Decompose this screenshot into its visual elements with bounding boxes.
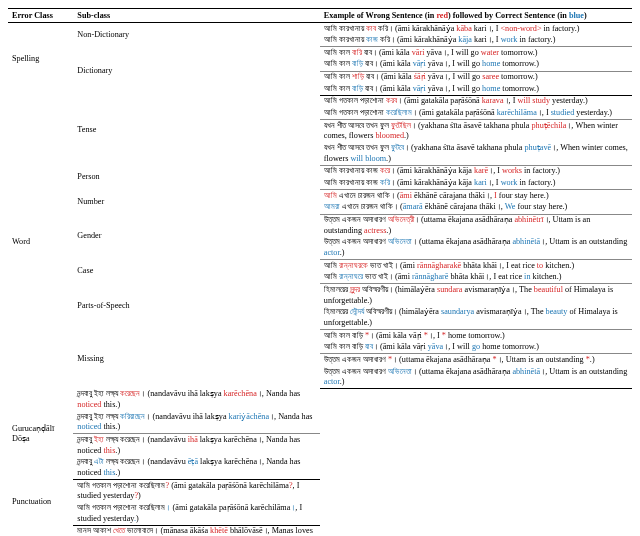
wrong-sentence: আমি কারখানায় কাজ করে। (āmi kārakhānāẏa … bbox=[320, 165, 632, 177]
header-example: Example of Wrong Sentence (in red) follo… bbox=[320, 9, 632, 23]
error-class-cell: Word bbox=[8, 95, 73, 388]
correct-sentence: আমি কারখানায় কাজ করি। (āmi kārakhānāẏa … bbox=[320, 178, 632, 190]
error-table: Error Class Sub-class Example of Wrong S… bbox=[8, 8, 632, 536]
sub-class-cell: Person bbox=[73, 165, 319, 189]
wrong-sentence: আমি গতকাল পড়াশোনা করব। (āmi gatakāla pa… bbox=[320, 95, 632, 107]
sub-class-cell: Missing bbox=[73, 330, 319, 389]
correct-sentence: আমি কাল বাড়ি যাব। (āmi kāla vāṛi yāva।,… bbox=[320, 83, 632, 95]
wrong-sentence: নন্দবাবু ইহা লক্ষ্য করেছেন। (nandavāvu i… bbox=[73, 389, 319, 411]
correct-sentence: নন্দবাবু এটা লক্ষ্য করেছেন। (nandavāvu ē… bbox=[73, 457, 319, 480]
correct-sentence: আমি রান্নাঘরে ভাত খাই। (āmi rānnāgharē b… bbox=[320, 272, 632, 284]
correct-sentence: উত্তম একজন অসাধারণ অভিনেতা। (uttama ēkaj… bbox=[320, 366, 632, 389]
sub-class-cell: Gender bbox=[73, 214, 319, 260]
wrong-sentence: মানস আকাশ খেতে ভালোবাসে। (mānasa ākāśa k… bbox=[73, 525, 319, 536]
wrong-sentence: আমি কাল বারি যাব। (āmi kāla vāri yāva।, … bbox=[320, 47, 632, 59]
correct-sentence: আমি কাল বাড়ি যাব। (āmi kāla vāṛi yāva।,… bbox=[320, 59, 632, 71]
wrong-sentence: হিমালয়ের সুন্দর অবিস্মরণীয়। (himālaẏēr… bbox=[320, 284, 632, 307]
wrong-sentence: নন্দবাবু ইহা লক্ষ্য করেছেন। (nandavāvu i… bbox=[73, 434, 319, 457]
correct-sentence: উত্তম একজন অসাধারণ অভিনেতা। (uttama ēkaj… bbox=[320, 237, 632, 260]
wrong-sentence: আমি গতকাল পড়াশোনা করেছিলাম? (āmi gatakā… bbox=[73, 480, 319, 503]
correct-sentence: যখন শীত আসবে তখন ফুল ফুটবে। (yakhana śīt… bbox=[320, 143, 632, 166]
correct-sentence: আমি গতকাল পড়াশোনা করেছিলাম। (āmi gatakā… bbox=[320, 108, 632, 120]
sub-class-cell: Tense bbox=[73, 95, 319, 165]
wrong-sentence: উত্তম একজন অসাধারণ অভিনেত্রী। (uttama ēk… bbox=[320, 214, 632, 237]
sub-class-cell: Parts-of-Speech bbox=[73, 284, 319, 330]
correct-sentence: আমি গতকাল পড়াশোনা করেছিলাম। (āmi gatakā… bbox=[73, 502, 319, 525]
correct-sentence: নন্দবাবু ইহা লক্ষ্য করিয়াছেন। (nandavāv… bbox=[73, 411, 319, 434]
wrong-sentence: আমি এখানে চারজন থাকি। (āmi ēkhānē cāraja… bbox=[320, 190, 632, 202]
header-sub-class: Sub-class bbox=[73, 9, 319, 23]
error-class-cell: Spelling bbox=[8, 23, 73, 96]
sub-class-cell: Dictionary bbox=[73, 47, 319, 96]
wrong-sentence: যখন শীত আসবে তখন ফুল ফুটেছিল। (yakhana ś… bbox=[320, 120, 632, 143]
sub-class-cell: Non-Dictionary bbox=[73, 23, 319, 47]
wrong-sentence: আমি কাল বাড়ি *। (āmi kāla vāṛi *।, I * … bbox=[320, 330, 632, 342]
error-class-cell: Punctuation bbox=[8, 480, 73, 526]
error-class-cell: Semantic bbox=[8, 525, 73, 536]
sub-class-cell: Number bbox=[73, 190, 319, 214]
wrong-sentence: উত্তম একজন অসাধারণ *। (uttama ēkajana as… bbox=[320, 354, 632, 366]
error-class-cell: Gurucaṇḍālī Dōṣa bbox=[8, 389, 73, 480]
wrong-sentence: আমি রান্নাঘরকে ভাত খাই। (āmi rānnāgharak… bbox=[320, 260, 632, 272]
header-error-class: Error Class bbox=[8, 9, 73, 23]
correct-sentence: হিমালয়ের সৌন্দর্য অবিস্মরণীয়। (himālaẏ… bbox=[320, 307, 632, 330]
correct-sentence: আমরা এখানে চারজন থাকি। (āmarā ēkhānē cār… bbox=[320, 202, 632, 214]
correct-sentence: আমি কারখানায় কাজ করি। (āmi kārakhānāẏa … bbox=[320, 35, 632, 47]
wrong-sentence: আমি কাল শাড়ি যাব। (āmi kāla śāṛi yāva।,… bbox=[320, 71, 632, 83]
wrong-sentence: আমি কারখানায় কাব করি। (āmi kārakhānāẏa … bbox=[320, 23, 632, 35]
correct-sentence: আমি কাল বাড়ি যাব। (āmi kāla vāṛi yāva।,… bbox=[320, 342, 632, 354]
sub-class-cell: Case bbox=[73, 260, 319, 284]
